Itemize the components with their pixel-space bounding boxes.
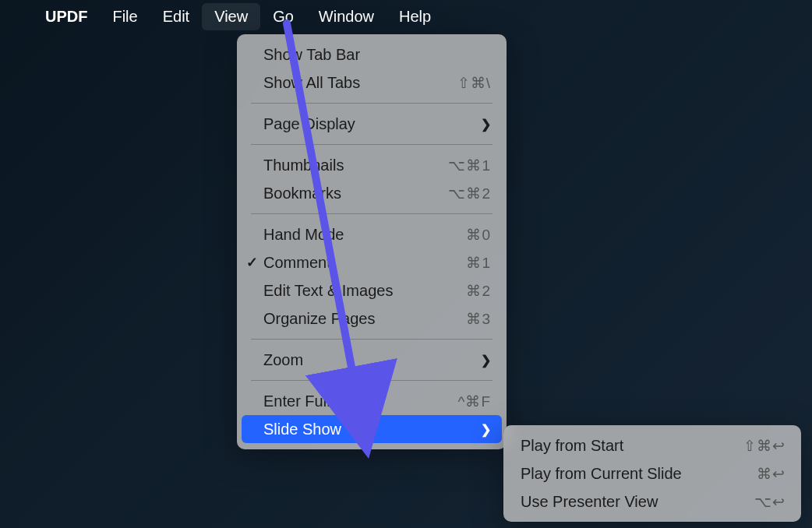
menu-go[interactable]: Go xyxy=(260,3,306,30)
menu-slide-show[interactable]: Slide Show ❯ xyxy=(242,415,502,443)
chevron-right-icon: ❯ xyxy=(481,117,491,132)
submenu-item-label: Play from Start xyxy=(521,437,743,455)
menu-organize-pages[interactable]: Organize Pages ⌘3 xyxy=(237,304,507,333)
chevron-right-icon: ❯ xyxy=(481,422,491,437)
menu-item-label: Thumbnails xyxy=(263,157,448,174)
menu-enter-full-screen[interactable]: Enter Full Screen ^⌘F xyxy=(237,387,507,415)
menu-item-label: Hand Mode xyxy=(263,226,466,244)
chevron-right-icon: ❯ xyxy=(481,353,491,368)
menu-hand-mode[interactable]: Hand Mode ⌘0 xyxy=(237,220,507,248)
menu-edit-text-images[interactable]: Edit Text & Images ⌘2 xyxy=(237,276,507,304)
menu-separator xyxy=(251,380,492,381)
menu-item-label: Organize Pages xyxy=(263,310,466,328)
menu-item-label: Slide Show xyxy=(263,421,481,438)
menu-item-shortcut: ^⌘F xyxy=(457,392,491,410)
menu-item-label: Edit Text & Images xyxy=(263,282,466,300)
menu-item-shortcut: ⌘1 xyxy=(466,254,491,272)
submenu-play-from-current[interactable]: Play from Current Slide ⌘↩ xyxy=(503,459,801,488)
submenu-item-shortcut: ⌘↩ xyxy=(757,465,786,483)
menu-item-shortcut: ⌥⌘1 xyxy=(448,157,491,174)
menu-item-shortcut: ⌥⌘2 xyxy=(448,185,491,202)
menu-item-label: Bookmarks xyxy=(263,185,448,202)
view-dropdown: Show Tab Bar Show All Tabs ⇧⌘\ Page Disp… xyxy=(237,34,507,449)
app-name[interactable]: UPDF xyxy=(33,3,100,30)
menu-item-label: Enter Full Screen xyxy=(263,392,457,410)
menu-bookmarks[interactable]: Bookmarks ⌥⌘2 xyxy=(237,179,507,207)
menu-item-shortcut: ⌘3 xyxy=(466,310,491,328)
menu-file[interactable]: File xyxy=(100,3,150,30)
slideshow-submenu: Play from Start ⇧⌘↩ Play from Current Sl… xyxy=(503,425,801,522)
menu-show-all-tabs[interactable]: Show All Tabs ⇧⌘\ xyxy=(237,69,507,97)
menu-page-display[interactable]: Page Display ❯ xyxy=(237,110,507,138)
submenu-play-from-start[interactable]: Play from Start ⇧⌘↩ xyxy=(503,431,801,459)
menu-zoom[interactable]: Zoom ❯ xyxy=(237,346,507,374)
menu-thumbnails[interactable]: Thumbnails ⌥⌘1 xyxy=(237,151,507,179)
menu-item-label: Show Tab Bar xyxy=(263,46,491,64)
menu-separator xyxy=(251,144,492,145)
checkmark-icon: ✓ xyxy=(246,254,258,271)
menubar: UPDF File Edit View Go Window Help xyxy=(0,0,812,33)
menu-comment[interactable]: ✓ Comment ⌘1 xyxy=(237,248,507,276)
submenu-item-label: Use Presenter View xyxy=(521,493,754,511)
menu-item-shortcut: ⌘2 xyxy=(466,282,491,300)
menu-item-shortcut: ⌘0 xyxy=(466,226,491,244)
menu-edit[interactable]: Edit xyxy=(150,3,202,30)
menu-item-shortcut: ⇧⌘\ xyxy=(457,74,491,92)
menu-window[interactable]: Window xyxy=(306,3,387,30)
submenu-item-label: Play from Current Slide xyxy=(521,465,757,483)
submenu-item-shortcut: ⌥↩ xyxy=(754,493,786,511)
menu-item-label: Zoom xyxy=(263,351,481,369)
menu-item-label: Comment xyxy=(263,254,466,272)
menu-separator xyxy=(251,103,492,104)
menu-separator xyxy=(251,339,492,340)
menu-item-label: Page Display xyxy=(263,115,481,133)
menu-item-label: Show All Tabs xyxy=(263,74,457,92)
menu-help[interactable]: Help xyxy=(387,3,443,30)
menu-separator xyxy=(251,213,492,214)
submenu-use-presenter-view[interactable]: Use Presenter View ⌥↩ xyxy=(503,488,801,516)
menu-show-tab-bar[interactable]: Show Tab Bar xyxy=(237,40,507,69)
menu-view[interactable]: View xyxy=(202,3,260,30)
submenu-item-shortcut: ⇧⌘↩ xyxy=(743,437,786,455)
